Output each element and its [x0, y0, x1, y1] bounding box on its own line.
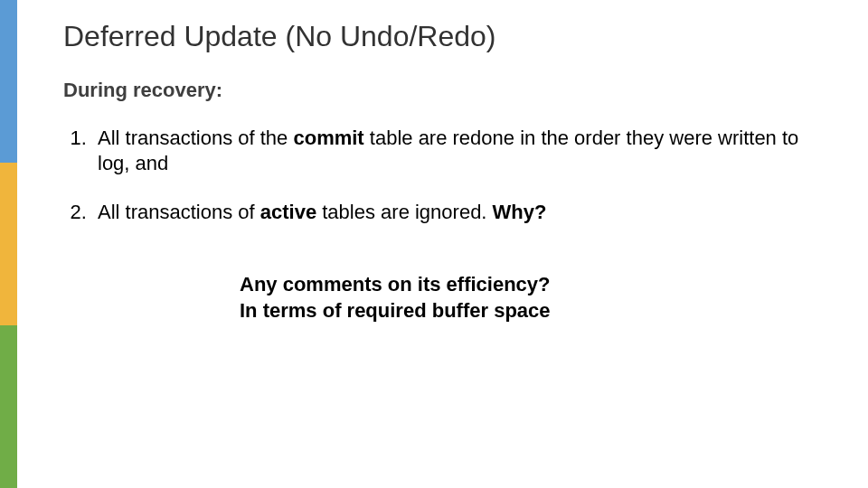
callout-line: In terms of required buffer space: [240, 298, 832, 324]
accent-segment-blue: [0, 0, 17, 163]
slide-title: Deferred Update (No Undo/Redo): [63, 20, 832, 53]
list-item: All transactions of active tables are ig…: [92, 200, 832, 225]
section-subhead: During recovery:: [63, 79, 832, 102]
callout-line: Any comments on its efficiency?: [240, 272, 832, 297]
accent-segment-yellow: [0, 163, 17, 325]
accent-bar: [0, 0, 17, 488]
content-area: Deferred Update (No Undo/Redo) During re…: [63, 20, 832, 324]
text-run: tables are ignored.: [316, 201, 492, 223]
text-run: All transactions of the: [98, 127, 293, 149]
callout-block: Any comments on its efficiency? In terms…: [240, 272, 832, 323]
text-run: All transactions of: [98, 201, 260, 223]
slide: Deferred Update (No Undo/Redo) During re…: [0, 0, 868, 488]
text-run-bold: Why?: [493, 201, 547, 223]
numbered-list: All transactions of the commit table are…: [69, 126, 832, 225]
list-item: All transactions of the commit table are…: [92, 126, 832, 176]
text-run-bold: active: [260, 201, 316, 223]
text-run-bold: commit: [293, 127, 363, 149]
accent-segment-green: [0, 325, 17, 488]
